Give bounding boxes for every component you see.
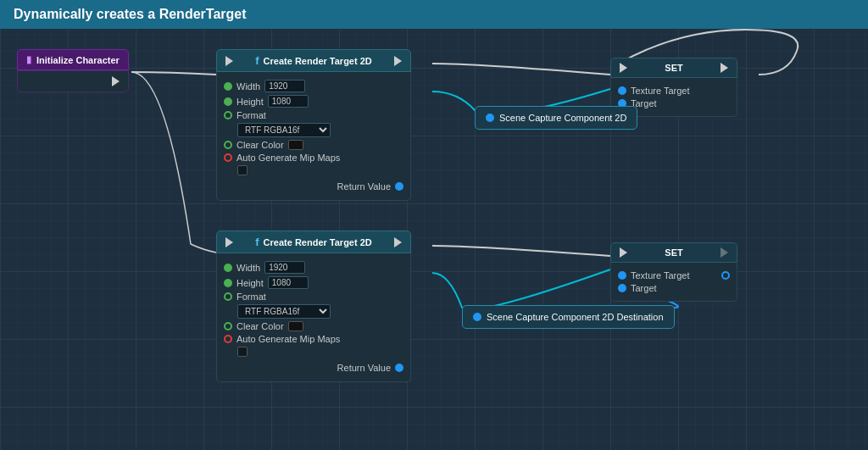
crt1-return-row: Return Value [224, 181, 403, 192]
set1-label: SET [632, 63, 715, 73]
crt1-format-pin[interactable] [224, 111, 232, 119]
crt1-body: Width Height Format RTF RGBA16f Clear Co… [216, 72, 411, 201]
set1-texture-target-row: Texture Target [618, 86, 730, 96]
set2-target-row: Target [618, 283, 730, 293]
crt1-mip-checkbox[interactable] [237, 165, 248, 175]
set1-header: SET [610, 58, 737, 78]
set2-texture-target-row: Texture Target [618, 270, 730, 281]
crt2-label: Create Render Target 2D [264, 237, 372, 247]
crt1-clear-color-label: Clear Color [236, 140, 284, 150]
crt1-mip-pin[interactable] [224, 153, 232, 162]
crt2-header: f Create Render Target 2D [216, 231, 411, 253]
scene-capture-2-body: Scene Capture Component 2D Destination [462, 305, 675, 329]
crt1-header: f Create Render Target 2D [216, 49, 411, 72]
create-render-target-2d-node-2[interactable]: f Create Render Target 2D Width Height F… [216, 231, 411, 382]
set2-body: Texture Target Target [610, 263, 737, 302]
crt2-color-swatch[interactable] [288, 321, 303, 331]
crt1-exec-out-pin[interactable] [394, 56, 402, 66]
init-node-label: Initialize Character [36, 55, 120, 65]
init-node-body [17, 70, 129, 92]
set1-exec-out-pin[interactable] [721, 63, 728, 73]
crt2-height-pin[interactable] [224, 279, 232, 287]
set2-exec-out-pin[interactable] [721, 247, 728, 258]
crt1-mip-row: Auto Generate Mip Maps [224, 153, 403, 163]
title-bar: Dynamically creates a RenderTarget [0, 0, 868, 29]
crt2-width-pin[interactable] [224, 264, 232, 272]
crt2-return-pin[interactable] [395, 364, 403, 372]
scene-capture-node-1[interactable]: Scene Capture Component 2D [475, 106, 637, 130]
crt1-color-swatch[interactable] [288, 140, 303, 150]
crt1-height-row: Height [224, 95, 403, 108]
crt2-height-label: Height [236, 278, 264, 288]
scene-capture-1-body: Scene Capture Component 2D [475, 106, 637, 130]
set2-texture-target-in-pin[interactable] [618, 271, 626, 280]
crt1-width-pin[interactable] [224, 82, 232, 91]
crt2-format-label: Format [236, 292, 266, 302]
crt1-format-row: Format [224, 110, 403, 120]
crt2-body: Width Height Format RTF RGBA16f Clear Co… [216, 253, 411, 382]
crt1-fn-icon: f [255, 54, 259, 67]
set2-target-label: Target [631, 283, 657, 293]
crt1-width-input[interactable] [264, 80, 305, 92]
scene-capture-2-label: Scene Capture Component 2D Destination [487, 312, 664, 322]
page-title: Dynamically creates a RenderTarget [14, 7, 247, 22]
crt2-format-pin[interactable] [224, 292, 232, 301]
crt2-mip-label: Auto Generate Mip Maps [236, 334, 340, 344]
crt1-label: Create Render Target 2D [264, 56, 372, 66]
set2-texture-target-out-pin[interactable] [721, 271, 730, 280]
crt2-exec-in-pin[interactable] [225, 237, 233, 247]
crt2-clear-color-label: Clear Color [236, 321, 284, 331]
crt1-clear-color-pin[interactable] [224, 141, 232, 149]
init-exec-out-pin[interactable] [112, 76, 120, 86]
crt1-exec-in-pin[interactable] [225, 56, 233, 66]
crt2-mip-pin[interactable] [224, 335, 232, 343]
crt2-width-input[interactable] [264, 261, 305, 274]
crt2-return-row: Return Value [224, 363, 403, 373]
initialize-character-node[interactable]: ▮ Initialize Character [17, 49, 129, 92]
crt1-clear-color-row: Clear Color [224, 140, 403, 150]
crt2-exec-out-pin[interactable] [394, 237, 402, 247]
set1-exec-in-pin[interactable] [620, 63, 627, 73]
create-render-target-2d-node-1[interactable]: f Create Render Target 2D Width Height F… [216, 49, 411, 201]
canvas-background [0, 0, 868, 450]
scene-capture-2-out-pin[interactable] [473, 313, 481, 321]
crt2-clear-color-row: Clear Color [224, 321, 403, 331]
set-node-2[interactable]: SET Texture Target Target [610, 242, 737, 302]
set2-exec-in-pin[interactable] [620, 247, 627, 258]
scene-capture-1-label: Scene Capture Component 2D [499, 113, 626, 123]
crt2-return-label: Return Value [337, 363, 391, 373]
scene-capture-node-2[interactable]: Scene Capture Component 2D Destination [462, 305, 675, 329]
crt1-height-pin[interactable] [224, 97, 232, 106]
crt1-format-label: Format [236, 110, 266, 120]
crt1-format-select[interactable]: RTF RGBA16f [237, 123, 331, 137]
crt1-mip-label: Auto Generate Mip Maps [236, 153, 340, 163]
crt2-width-label: Width [236, 263, 260, 273]
init-node-header: ▮ Initialize Character [17, 49, 129, 70]
crt2-format-select[interactable]: RTF RGBA16f [237, 304, 331, 319]
crt2-mip-row: Auto Generate Mip Maps [224, 334, 403, 344]
crt2-mip-checkbox[interactable] [237, 347, 248, 357]
scene-capture-1-out-pin[interactable] [486, 114, 494, 122]
crt2-format-row: Format [224, 292, 403, 302]
crt2-fn-icon: f [255, 236, 259, 248]
crt1-return-label: Return Value [337, 181, 391, 192]
crt1-return-pin[interactable] [395, 182, 403, 191]
crt2-height-input[interactable] [268, 276, 309, 289]
crt1-width-row: Width [224, 80, 403, 92]
set2-texture-target-label: Texture Target [631, 270, 690, 281]
crt1-width-label: Width [236, 81, 260, 92]
crt2-height-row: Height [224, 276, 403, 289]
crt2-clear-color-pin[interactable] [224, 322, 232, 331]
crt1-height-input[interactable] [268, 95, 309, 108]
set2-target-in-pin[interactable] [618, 284, 626, 292]
set2-label: SET [632, 247, 715, 258]
set1-texture-target-in-pin[interactable] [618, 86, 626, 95]
crt2-width-row: Width [224, 261, 403, 274]
crt1-height-label: Height [236, 97, 264, 107]
set1-texture-target-label: Texture Target [631, 86, 690, 96]
set2-header: SET [610, 242, 737, 263]
